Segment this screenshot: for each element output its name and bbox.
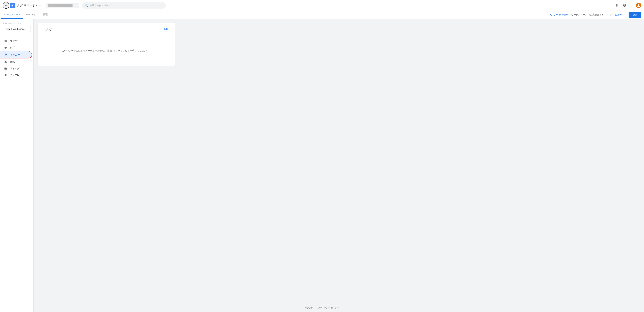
apps-grid-icon [616,4,619,7]
empty-message: このコンテナにはトリガーがありません。[新規] をクリックして作成してください。 [62,49,151,52]
search-icon: 🔍 [85,4,88,7]
workspace-name: Default Workspace [5,28,25,30]
more-icon-button[interactable] [628,2,635,9]
footer-separator: ・ [314,306,317,309]
workspace-section: 現在のワークスペース Default Workspace › [0,22,33,35]
content-card: トリガー 新規 このコンテナにはトリガーがありません。[新規] をクリックして作… [38,23,175,66]
sub-header-right: GTM-W9XVNWN ワークスペースでの変更数：3 プレビュー 公開 [550,12,641,18]
gtm-id[interactable]: GTM-W9XVNWN [550,14,568,16]
template-icon [4,74,8,77]
sidebar-item-templates[interactable]: テンプレート [0,72,32,79]
apps-icon-button[interactable] [614,2,620,9]
footer: 利用規約 ・ プライバシー ポリシー [0,304,644,312]
app-title: タグ マネージャー [17,3,42,8]
gtm-logo-icon [10,3,16,8]
search-box[interactable]: 🔍 [82,2,166,9]
new-button[interactable]: 新規 [161,26,171,32]
sidebar-nav: サマリー タグ トリガー [0,36,33,80]
sidebar-item-summary-label: サマリー [10,40,20,43]
folder-icon [4,67,8,70]
svg-rect-1 [12,5,13,6]
tab-admin[interactable]: 管理 [40,11,50,19]
sidebar-item-variables-label: 変数 [10,60,15,63]
sidebar: 現在のワークスペース Default Workspace › サマリー [0,19,34,312]
svg-point-3 [5,54,7,55]
preview-button[interactable]: プレビュー [606,12,626,18]
avatar[interactable] [636,3,641,8]
sidebar-item-triggers[interactable]: トリガー [0,51,32,58]
back-icon: ← [4,3,8,7]
workspace-selector[interactable]: Default Workspace › [3,26,31,32]
avatar-image [636,3,641,8]
sidebar-item-tags-label: タグ [10,46,15,49]
main-layout: 現在のワークスペース Default Workspace › サマリー [0,19,644,312]
logo-area: タグ マネージャー [10,3,42,8]
account-info: ████████████████ [46,3,79,8]
summary-icon [4,39,8,43]
sidebar-item-folders-label: フォルダ [10,67,20,70]
tag-icon [4,46,8,49]
nav-tabs: ワークスペース バージョン 管理 [1,11,50,19]
search-input[interactable] [90,4,163,7]
empty-state: このコンテナにはトリガーがありません。[新規] をクリックして作成してください。 [38,36,175,66]
sidebar-item-triggers-label: トリガー [10,53,20,56]
workspace-section-label: 現在のワークスペース [3,22,31,25]
tab-workspace[interactable]: ワークスペース [1,11,23,19]
terms-link[interactable]: 利用規約 [305,306,313,309]
card-header: トリガー 新規 [38,23,175,36]
help-icon [623,4,626,7]
variable-icon [4,60,8,63]
sidebar-item-summary[interactable]: サマリー [0,38,32,44]
sub-header: ワークスペース バージョン 管理 GTM-W9XVNWN ワークスペースでの変更… [0,11,644,19]
main-content: トリガー 新規 このコンテナにはトリガーがありません。[新規] をクリックして作… [34,19,644,312]
tab-version[interactable]: バージョン [23,11,40,19]
card-title: トリガー [42,27,55,32]
sidebar-item-tags[interactable]: タグ [0,44,32,51]
chevron-right-icon: › [28,28,28,31]
publish-button[interactable]: 公開 [628,12,641,18]
help-icon-button[interactable] [621,2,628,9]
changes-count: ワークスペースでの変更数：3 [571,13,603,16]
back-button[interactable]: ← [3,2,10,9]
top-header: ← タグ マネージャー ████████████████ 🔍 [0,0,644,11]
header-actions [614,2,641,9]
account-text: ████████████████ [48,4,72,7]
sidebar-item-templates-label: テンプレート [10,74,24,77]
sidebar-item-variables[interactable]: 変数 [0,58,32,65]
sidebar-item-folders[interactable]: フォルダ [0,65,32,72]
trigger-icon [4,53,8,56]
more-vert-icon [630,4,634,7]
privacy-link[interactable]: プライバシー ポリシー [318,306,338,309]
